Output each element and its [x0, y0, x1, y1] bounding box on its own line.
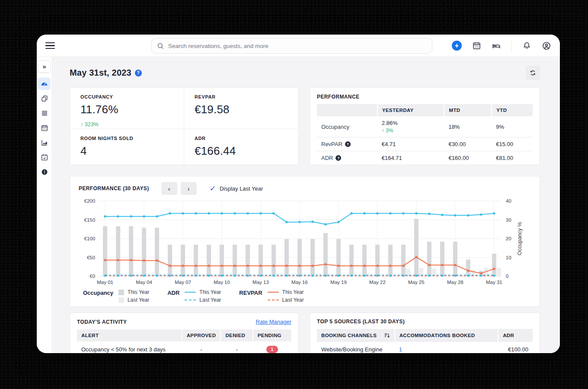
- cell-yesterday: €4.71: [377, 137, 444, 151]
- pending-badge: 1: [266, 346, 278, 353]
- chart-svg: €0€50€100€150€200010203040Occupancy %May…: [79, 197, 531, 288]
- adr-value: €100.00: [498, 342, 533, 353]
- menu-icon[interactable]: [45, 42, 55, 49]
- calendar-button[interactable]: [472, 41, 481, 50]
- col-approved: APPROVED: [182, 329, 221, 341]
- chart-title: PERFORMANCE (30 DAYS): [79, 185, 149, 191]
- cell-ytd: €81.00: [492, 151, 533, 165]
- gauge-icon: [40, 80, 48, 88]
- sidebar-item-alerts[interactable]: [38, 166, 51, 178]
- account-button[interactable]: [542, 41, 551, 51]
- chart-prev-button[interactable]: ‹: [161, 182, 177, 195]
- sidebar-item-calendar[interactable]: [38, 121, 51, 134]
- checkmark-icon: ✓: [210, 184, 216, 193]
- adr-help-icon[interactable]: ?: [336, 155, 341, 161]
- table-row: RevPAR? €4.71 €30.00 €15.00: [317, 137, 533, 151]
- revpar-last-year-swatch: [268, 300, 279, 300]
- adr-last-year-swatch: [185, 300, 196, 300]
- sidebar-item-schedule[interactable]: [38, 151, 51, 163]
- chart-legend: Occupancy This Year Last Year ADR This Y…: [79, 289, 531, 303]
- col-adr: ADR: [498, 329, 533, 342]
- display-last-year-toggle[interactable]: ✓ Display Last Year: [210, 184, 263, 193]
- chart-card: PERFORMANCE (30 DAYS) ‹ › ✓ Display Last…: [70, 176, 540, 307]
- sort-icon[interactable]: [384, 332, 390, 338]
- sidebar-item-reports[interactable]: [38, 136, 51, 149]
- revpar-help-icon[interactable]: ?: [345, 141, 351, 147]
- date-help-icon[interactable]: ?: [135, 70, 142, 77]
- svg-text:May 13: May 13: [252, 280, 269, 285]
- sidebar-expand-button[interactable]: »: [38, 60, 51, 73]
- kpi-value: €19.58: [195, 103, 288, 116]
- bell-icon: [522, 41, 531, 50]
- svg-text:May 25: May 25: [408, 280, 425, 285]
- app-window: + »: [37, 35, 560, 353]
- cell-yesterday: 2.86% ↑ 3%: [377, 116, 444, 137]
- col-accommodations: ACCOMMODATIONS BOOKED: [395, 329, 499, 342]
- double-chevron-icon: »: [42, 63, 46, 70]
- search-icon: [157, 42, 164, 50]
- col-alert: ALERT: [77, 329, 182, 341]
- svg-text:40: 40: [506, 198, 511, 204]
- occupancy-last-year-swatch: [118, 297, 124, 303]
- chart-next-button[interactable]: ›: [181, 182, 197, 195]
- svg-text:May 04: May 04: [136, 280, 152, 285]
- table-row: Occupancy < 50% for next 3 days - - 1: [77, 341, 291, 353]
- search-bar: [151, 38, 432, 54]
- up-arrow-icon: ↑: [382, 128, 384, 134]
- cell-mtd: €30.00: [444, 137, 492, 151]
- notifications-button[interactable]: [522, 41, 531, 50]
- activity-table: ALERT APPROVED DENIED PENDING Occupancy …: [77, 329, 291, 353]
- legend-occupancy: Occupancy This Year Last Year: [83, 289, 149, 303]
- rate-manager-link[interactable]: Rate Manager: [256, 319, 291, 325]
- rooms-button[interactable]: [492, 41, 501, 51]
- sidebar-item-dashboard[interactable]: [38, 77, 51, 90]
- cell-ytd: 9%: [492, 116, 533, 137]
- kpi-occupancy: OCCUPANCY 11.76% ↑ 323%: [70, 88, 184, 129]
- col-yesterday: YESTERDAY: [377, 104, 444, 116]
- kpi-value: 11.76%: [80, 103, 173, 116]
- alert-icon: [41, 168, 48, 176]
- performance-table: YESTERDAY MTD YTD Occupancy 2.86% ↑ 3% 1…: [317, 104, 533, 165]
- adr-this-year-swatch: [185, 292, 196, 293]
- sources-title: TOP 5 SOURCES (LAST 30 DAYS): [317, 319, 405, 325]
- cell-mtd: €160.00: [444, 151, 492, 165]
- kpi-card: OCCUPANCY 11.76% ↑ 323% REVPAR €19.58 RO…: [70, 87, 299, 165]
- col-mtd: MTD: [444, 104, 492, 116]
- metric-revpar: RevPAR: [321, 141, 342, 147]
- svg-text:May 01: May 01: [97, 280, 113, 285]
- cell-ytd: €15.00: [492, 137, 533, 151]
- top-bar: +: [37, 35, 560, 57]
- booked-count-link[interactable]: 1: [399, 346, 402, 353]
- svg-text:20: 20: [506, 236, 511, 241]
- chevron-right-icon: ›: [188, 185, 190, 192]
- kpi-label: REVPAR: [195, 94, 288, 99]
- kpi-delta: ↑ 323%: [80, 121, 173, 128]
- calendar-icon: [472, 41, 481, 50]
- kpi-value: €166.44: [195, 144, 288, 158]
- copy-icon: [41, 95, 48, 102]
- kpi-room-nights: ROOM NIGHTS SOLD 4: [70, 129, 184, 165]
- refresh-button[interactable]: [526, 66, 540, 80]
- plus-icon: +: [455, 42, 459, 49]
- cell-yesterday: €164.71: [377, 151, 444, 165]
- legend-adr: ADR This Year Last Year: [167, 289, 221, 303]
- add-button[interactable]: +: [452, 41, 462, 51]
- svg-text:€50: €50: [87, 255, 95, 260]
- kpi-label: OCCUPANCY: [80, 94, 173, 99]
- table-row: Occupancy 2.86% ↑ 3% 18% 9%: [317, 116, 533, 137]
- kpi-adr: ADR €166.44: [184, 129, 298, 165]
- sources-table: BOOKING CHANNELS ACCOMMODATIONS BOOKED A…: [317, 329, 533, 353]
- activity-card: TODAY'S ACTIVITY Rate Manager ALERT APPR…: [70, 312, 299, 353]
- bed-icon: [492, 41, 501, 51]
- table-row: Website/Booking Engine 1 €100.00: [317, 342, 533, 353]
- channel-name: Website/Booking Engine: [317, 342, 395, 353]
- performance-card: PERFORMANCE YESTERDAY MTD YTD Occupancy: [310, 87, 540, 165]
- up-arrow-icon: ↑: [80, 121, 83, 128]
- search-input[interactable]: [151, 38, 432, 54]
- occupancy-bars: [103, 219, 501, 276]
- sidebar-item-list[interactable]: [38, 107, 51, 119]
- chevron-left-icon: ‹: [168, 185, 170, 192]
- metric-occupancy: Occupancy: [321, 124, 373, 130]
- performance-title: PERFORMANCE: [317, 94, 533, 100]
- sidebar-item-pages[interactable]: [38, 92, 51, 105]
